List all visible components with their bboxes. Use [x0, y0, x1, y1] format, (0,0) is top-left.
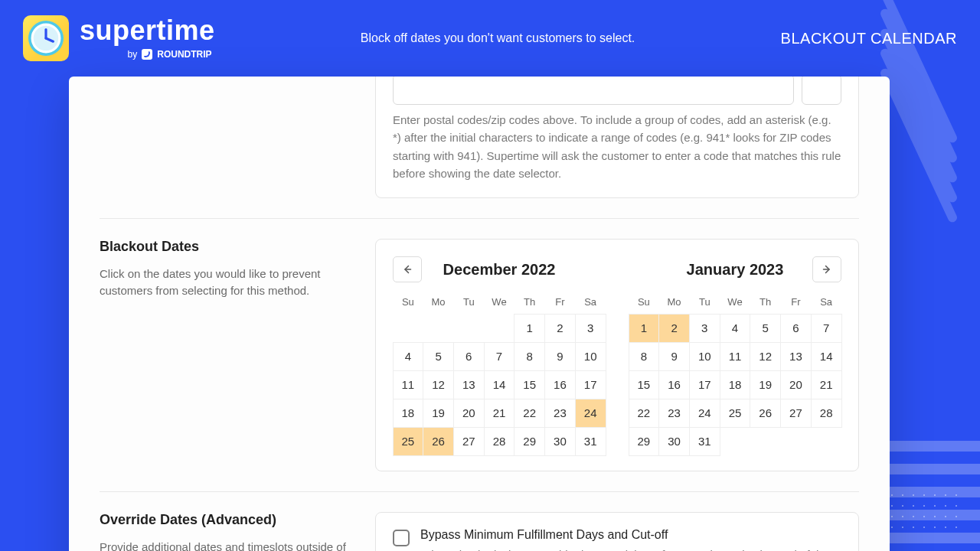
- calendar-day[interactable]: 25: [393, 427, 424, 456]
- calendar-day[interactable]: 10: [575, 342, 606, 371]
- calendar-day[interactable]: 15: [629, 370, 660, 399]
- calendar-day[interactable]: 1: [629, 314, 660, 343]
- calendar-day[interactable]: 11: [393, 370, 424, 399]
- calendar-right-title: January 2023: [687, 261, 784, 279]
- postal-codes-card: Enter postal codes/zip codes above. To i…: [375, 77, 859, 198]
- calendar-dow: Sa: [811, 290, 841, 314]
- blackout-calendar-card: December 2022 SuMoTuWeThFrSa 12345678910…: [375, 239, 859, 471]
- calendar-day[interactable]: 28: [484, 427, 515, 456]
- calendar-dow: Fr: [545, 290, 576, 314]
- calendar-day[interactable]: 21: [811, 370, 842, 399]
- calendar-day[interactable]: 30: [544, 427, 576, 456]
- calendar-day[interactable]: 7: [484, 342, 515, 371]
- blackout-dates-section: Blackout Dates Click on the dates you wo…: [100, 218, 859, 471]
- override-dates-title: Override Dates (Advanced): [100, 512, 352, 528]
- calendar-day[interactable]: 16: [544, 370, 576, 399]
- brand-logo-block: supertime by ROUNDTRIP: [23, 15, 215, 61]
- page-title: BLACKOUT CALENDAR: [781, 30, 957, 47]
- calendar-day[interactable]: 22: [629, 399, 660, 428]
- blackout-dates-title: Blackout Dates: [100, 239, 352, 255]
- calendar-dow: We: [720, 290, 750, 314]
- brand-wordmark: supertime by ROUNDTRIP: [80, 17, 215, 60]
- calendar-day[interactable]: 5: [423, 342, 454, 371]
- calendar-day[interactable]: 6: [780, 314, 812, 343]
- calendar-day[interactable]: 26: [423, 427, 454, 456]
- calendar-day[interactable]: 2: [658, 314, 690, 343]
- bypass-text: Bypass Minimum Fulfillment Days and Cut-…: [420, 528, 829, 551]
- calendar-day[interactable]: 8: [629, 342, 660, 371]
- calendar-day[interactable]: 13: [780, 342, 812, 371]
- calendar-day[interactable]: 10: [689, 342, 720, 371]
- calendar-day[interactable]: 8: [514, 342, 545, 371]
- calendar-day[interactable]: 20: [453, 399, 485, 428]
- calendar-blank: [453, 314, 485, 343]
- calendar-day[interactable]: 14: [811, 342, 842, 371]
- brand-name: supertime: [80, 17, 215, 44]
- calendar-day[interactable]: 1: [514, 314, 545, 343]
- header-tagline: Block off dates you don't want customers…: [215, 31, 781, 45]
- brand-byline: by ROUNDTRIP: [80, 49, 215, 60]
- calendar-dow: Tu: [689, 290, 720, 314]
- calendar-day[interactable]: 4: [393, 342, 424, 371]
- calendar-day[interactable]: 4: [720, 314, 751, 343]
- calendar-day[interactable]: 13: [453, 370, 485, 399]
- postal-codes-add-button[interactable]: [802, 77, 841, 105]
- calendar-day[interactable]: 31: [575, 427, 606, 456]
- calendar-day[interactable]: 26: [750, 399, 781, 428]
- calendar-dow: Tu: [453, 290, 484, 314]
- calendar-day[interactable]: 19: [423, 399, 454, 428]
- override-dates-card: Bypass Minimum Fulfillment Days and Cut-…: [375, 512, 859, 551]
- roundtrip-chip: ROUNDTRIP: [142, 49, 211, 60]
- calendar-day[interactable]: 12: [423, 370, 454, 399]
- postal-codes-input[interactable]: [393, 77, 794, 105]
- calendar-day[interactable]: 6: [453, 342, 485, 371]
- calendar-day[interactable]: 7: [811, 314, 842, 343]
- calendar-day[interactable]: 18: [393, 399, 424, 428]
- calendar-day[interactable]: 9: [544, 342, 576, 371]
- roundtrip-icon: [142, 49, 152, 60]
- postal-codes-help: Enter postal codes/zip codes above. To i…: [393, 111, 841, 182]
- settings-panel: Enter postal codes/zip codes above. To i…: [69, 77, 890, 551]
- calendar-day[interactable]: 5: [750, 314, 781, 343]
- calendar-day[interactable]: 22: [514, 399, 545, 428]
- calendar-day[interactable]: 27: [453, 427, 485, 456]
- bypass-title: Bypass Minimum Fulfillment Days and Cut-…: [420, 528, 829, 542]
- calendar-prev-button[interactable]: [393, 256, 422, 282]
- calendar-day[interactable]: 17: [575, 370, 606, 399]
- calendar-left: December 2022 SuMoTuWeThFrSa 12345678910…: [393, 255, 606, 455]
- calendar-day[interactable]: 9: [658, 342, 690, 371]
- calendar-day[interactable]: 3: [689, 314, 720, 343]
- calendar-day[interactable]: 24: [575, 399, 606, 428]
- calendar-day[interactable]: 11: [720, 342, 751, 371]
- calendar-day[interactable]: 23: [658, 399, 690, 428]
- calendar-day[interactable]: 17: [689, 370, 720, 399]
- calendar-dow: Mo: [423, 290, 454, 314]
- calendar-day[interactable]: 24: [689, 399, 720, 428]
- calendar-day[interactable]: 18: [720, 370, 751, 399]
- calendar-day[interactable]: 30: [658, 427, 690, 456]
- calendar-day[interactable]: 29: [514, 427, 545, 456]
- calendar-next-button[interactable]: [812, 256, 841, 282]
- calendar-day[interactable]: 15: [514, 370, 545, 399]
- calendar-dow: Sa: [575, 290, 606, 314]
- override-dates-section: Override Dates (Advanced) Provide additi…: [100, 491, 859, 551]
- calendar-day[interactable]: 3: [575, 314, 606, 343]
- calendar-day[interactable]: 25: [720, 399, 751, 428]
- calendar-day[interactable]: 14: [484, 370, 515, 399]
- arrow-left-icon: [400, 262, 414, 276]
- calendar-day[interactable]: 29: [629, 427, 660, 456]
- calendar-day[interactable]: 28: [811, 399, 842, 428]
- calendar-day[interactable]: 31: [689, 427, 720, 456]
- calendar-day[interactable]: 23: [544, 399, 576, 428]
- calendar-dow: We: [484, 290, 514, 314]
- calendar-day[interactable]: 21: [484, 399, 515, 428]
- bypass-checkbox[interactable]: [393, 530, 410, 546]
- calendar-day[interactable]: 27: [780, 399, 812, 428]
- calendar-day[interactable]: 20: [780, 370, 812, 399]
- calendar-day[interactable]: 2: [544, 314, 576, 343]
- calendar-day[interactable]: 16: [658, 370, 690, 399]
- blackout-dates-desc: Click on the dates you would like to pre…: [100, 266, 352, 299]
- calendar-blank: [423, 314, 454, 343]
- calendar-day[interactable]: 19: [750, 370, 781, 399]
- calendar-day[interactable]: 12: [750, 342, 781, 371]
